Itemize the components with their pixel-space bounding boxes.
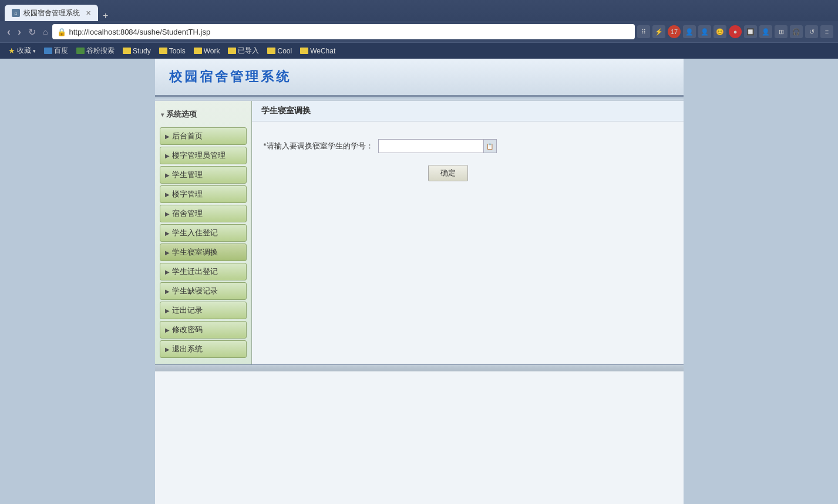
ext8-btn[interactable]: ⊞ (775, 25, 787, 38)
page-title: 校园宿舍管理系统 (169, 68, 669, 86)
back-btn[interactable]: ‹ (5, 25, 13, 39)
content-title: 学生寝室调换 (261, 106, 311, 115)
sidebar: ▾ 系统选项 ▶ 后台首页 ▶ 楼字管理员管理 ▶ 学生管理 ▶ 楼字管理 (155, 101, 252, 364)
sidebar-section-title: 系统选项 (166, 109, 197, 120)
ext1-btn[interactable]: 17 (668, 25, 681, 38)
extensions-btn[interactable]: ⠿ (637, 25, 650, 38)
page-header: 校园宿舍管理系统 (155, 59, 684, 96)
sidebar-item-dorm-mgmt[interactable]: ▶ 宿舍管理 (160, 205, 247, 222)
tab-favicon: ⌂ (12, 9, 20, 17)
menu-arrow-icon: ▶ (165, 191, 170, 198)
content-body: *请输入要调换寝室学生的学号： 📋 确定 (252, 121, 684, 211)
security-icon: 🔒 (57, 28, 66, 36)
menu-arrow-icon: ▶ (165, 307, 170, 314)
page-content: 校园宿舍管理系统 ▾ 系统选项 ▶ 后台首页 ▶ 楼字管理员管理 (155, 59, 684, 504)
sidebar-item-change-password[interactable]: ▶ 修改密码 (160, 321, 247, 339)
tools-folder-icon (159, 48, 167, 54)
sidebar-item-label: 后台首页 (172, 131, 203, 141)
menu-arrow-icon: ▶ (165, 153, 170, 159)
main-content: 学生寝室调换 *请输入要调换寝室学生的学号： 📋 (252, 101, 684, 364)
menu-arrow-icon: ▶ (165, 133, 170, 140)
form-label: *请输入要调换寝室学生的学号： (264, 141, 373, 151)
menu-arrow-icon: ▶ (165, 346, 170, 353)
sidebar-item-label: 学生管理 (172, 170, 203, 180)
student-id-input[interactable] (378, 139, 484, 153)
ext7-btn[interactable]: 👤 (759, 25, 772, 38)
page-wrapper: 校园宿舍管理系统 ▾ 系统选项 ▶ 后台首页 ▶ 楼字管理员管理 (0, 59, 838, 504)
content-header: 学生寝室调换 (252, 101, 684, 121)
confirm-row: 确定 (264, 165, 672, 181)
sidebar-item-building-admin[interactable]: ▶ 楼字管理员管理 (160, 147, 247, 164)
menu-arrow-icon: ▶ (165, 230, 170, 236)
sidebar-item-logout[interactable]: ▶ 退出系统 (160, 340, 247, 358)
active-tab[interactable]: ⌂ 校园宿舍管理系统 ✕ (5, 5, 98, 21)
sidebar-item-label: 学生入住登记 (172, 228, 218, 238)
nav-actions: ⠿ ⚡ 17 👤 👤 😊 ● 🔲 👤 ⊞ 🎧 ↺ ≡ (637, 25, 833, 38)
picker-icon: 📋 (486, 143, 493, 150)
study-folder-icon (123, 48, 131, 54)
tab-close-btn[interactable]: ✕ (86, 9, 91, 17)
sidebar-item-label: 宿舍管理 (172, 208, 203, 219)
ext3-btn[interactable]: 👤 (698, 25, 711, 38)
gufensearch-icon (76, 48, 85, 54)
cool-folder-icon (267, 48, 275, 54)
tab-title: 校园宿舍管理系统 (23, 8, 80, 18)
refresh-btn[interactable]: ↻ (26, 25, 38, 39)
sidebar-item-student-absence[interactable]: ▶ 学生缺寝记录 (160, 282, 247, 300)
work-folder-icon (194, 48, 202, 54)
address-bar[interactable]: 🔒 http://localhost:8084/sushe/StudentTH.… (52, 24, 635, 39)
forward-btn[interactable]: › (15, 25, 23, 39)
ext2-btn[interactable]: 👤 (683, 25, 696, 38)
bookmark-gufensearch[interactable]: 谷粉搜索 (73, 45, 118, 57)
menu-arrow-icon: ▶ (165, 211, 170, 217)
menu-arrow-icon: ▶ (165, 269, 170, 275)
sidebar-item-label: 迁出记录 (172, 305, 203, 316)
menu-arrow-icon: ▶ (165, 172, 170, 178)
new-tab-btn[interactable]: + (98, 11, 113, 21)
page-body: ▾ 系统选项 ▶ 后台首页 ▶ 楼字管理员管理 ▶ 学生管理 ▶ 楼字管理 (155, 101, 684, 364)
sidebar-item-label: 学生迁出登记 (172, 266, 218, 277)
bookmark-study[interactable]: Study (119, 46, 154, 56)
sidebar-item-label: 楼字管理员管理 (172, 150, 226, 161)
sidebar-item-student-mgmt[interactable]: ▶ 学生管理 (160, 166, 247, 184)
bookmark-collections[interactable]: ★ 收藏 ▾ (5, 45, 39, 57)
imported-folder-icon (228, 48, 236, 54)
sidebar-item-label: 退出系统 (172, 344, 203, 354)
form-input-wrapper: 📋 (378, 139, 497, 153)
bookmark-work[interactable]: Work (190, 46, 224, 56)
ext9-btn[interactable]: 🎧 (790, 25, 803, 38)
bookmark-wechat[interactable]: WeChat (297, 46, 339, 56)
bookmark-tools[interactable]: Tools (156, 46, 189, 56)
bookmark-imported[interactable]: 已导入 (224, 45, 262, 57)
sidebar-item-student-transfer[interactable]: ▶ 学生寝室调换 (160, 243, 247, 261)
sidebar-item-student-checkin[interactable]: ▶ 学生入住登记 (160, 224, 247, 242)
sidebar-item-label: 学生缺寝记录 (172, 286, 218, 296)
bookmarks-bar: ★ 收藏 ▾ 百度 谷粉搜索 Study Tools Work 已导入 (0, 42, 838, 59)
lightning-btn[interactable]: ⚡ (652, 25, 665, 38)
sidebar-item-building-mgmt[interactable]: ▶ 楼字管理 (160, 185, 247, 203)
chevron-down-icon: ▾ (33, 48, 36, 54)
confirm-button[interactable]: 确定 (428, 165, 468, 181)
sidebar-item-checkout-records[interactable]: ▶ 迁出记录 (160, 302, 247, 319)
ext4-btn[interactable]: 😊 (714, 25, 726, 38)
bookmark-baidu[interactable]: 百度 (41, 45, 72, 57)
ext5-btn[interactable]: ● (729, 25, 742, 38)
sidebar-header: ▾ 系统选项 (155, 106, 251, 126)
ext6-btn[interactable]: 🔲 (744, 25, 757, 38)
wechat-folder-icon (300, 48, 308, 54)
sidebar-item-dashboard[interactable]: ▶ 后台首页 (160, 127, 247, 145)
menu-arrow-icon: ▶ (165, 288, 170, 295)
star-icon: ★ (8, 46, 15, 55)
bookmark-cool[interactable]: Cool (264, 46, 295, 56)
sidebar-item-label: 学生寝室调换 (172, 247, 218, 258)
sidebar-item-label: 修改密码 (172, 324, 203, 335)
address-text: http://localhost:8084/sushe/StudentTH.js… (69, 28, 630, 36)
undo-btn[interactable]: ↺ (805, 25, 818, 38)
menu-btn[interactable]: ≡ (820, 25, 833, 38)
menu-arrow-icon: ▶ (165, 249, 170, 256)
sidebar-collapse-icon: ▾ (161, 111, 164, 118)
home-btn[interactable]: ⌂ (41, 26, 50, 38)
sidebar-item-student-checkout[interactable]: ▶ 学生迁出登记 (160, 263, 247, 280)
menu-arrow-icon: ▶ (165, 327, 170, 333)
input-picker-btn[interactable]: 📋 (484, 139, 497, 153)
